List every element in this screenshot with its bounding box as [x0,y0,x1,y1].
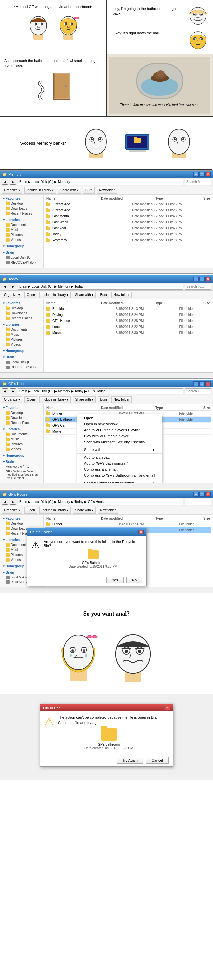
organize-button-2[interactable]: Organize ▾ [2,292,22,298]
search-input-2[interactable] [185,284,211,290]
close-button-4[interactable]: ✕ [205,492,211,497]
sidebar-item-desktop-3[interactable]: Desktop [0,410,43,415]
table-row[interactable]: GF's House 8/15/2011 8:28 PM File folder [45,318,211,324]
favorites-header-4[interactable]: ▾ Favorites [0,516,43,521]
sidebar-item-music-3[interactable]: Music [0,437,43,442]
sidebar-item-pictures-2[interactable]: Pictures [0,337,43,342]
search-input-1[interactable] [185,179,211,185]
table-row[interactable]: Music 8/15/2011 8:30 PM File folder [45,330,211,336]
forward-button-2[interactable]: ▶ [10,284,16,290]
address-path-4[interactable]: Brain ▶ Local Disk (C:) ▶ Memory ▶ Today… [18,499,183,505]
address-path-3[interactable]: Brain ▶ Local Disk (C:) ▶ Memory ▶ Today… [18,388,183,395]
open-button-4[interactable]: Open [24,507,37,514]
table-row[interactable]: 3 Years Ago Date modified: 8/15/2011 8:2… [45,207,211,213]
menu-item-open-new[interactable]: Open in new window [77,421,162,427]
back-button-3[interactable]: ◀ [2,388,8,394]
burn-button-3[interactable]: Burn [98,396,109,403]
favorites-header-3[interactable]: ▾ Favorites [0,406,43,410]
delete-no-button[interactable]: No [127,577,143,583]
minimize-button-1[interactable]: ─ [193,172,199,177]
burn-button-2[interactable]: Burn [98,292,109,298]
sidebar-item-pictures[interactable]: Pictures [0,232,43,237]
minimize-button-4[interactable]: ─ [193,492,199,497]
menu-item-compress-email[interactable]: Compress and email... [77,466,162,472]
table-row[interactable]: Last Week Date modified: 8/15/2011 8:18 … [45,220,211,225]
share-button-4[interactable]: Share with ▾ [72,507,96,514]
address-path-1[interactable]: Brain ▶ Local Disk (C:) ▶ Memory [18,179,183,185]
new-folder-button-3[interactable]: New folder [112,396,132,403]
sidebar-item-recent-3[interactable]: Recent Places [0,420,43,425]
menu-item-sync[interactable]: Shared Folder Synchronisation ▶ [77,480,162,483]
sidebar-item-desktop-2[interactable]: Desktop [0,306,43,311]
homegroup-header[interactable]: ▾ Homegroup [0,243,43,248]
new-folder-button-2[interactable]: New folder [112,292,132,298]
homegroup-header-2[interactable]: ▾ Homegroup [0,348,43,353]
search-input-3[interactable] [185,388,211,395]
menu-item-archive[interactable]: Add to archive... [77,454,162,460]
close-button-2[interactable]: ✕ [205,277,211,282]
include-button-2[interactable]: Include in library ▾ [39,292,71,298]
sidebar-item-localdisk[interactable]: Local Disk (C:) [0,255,43,260]
file-in-use-close[interactable]: ✕ [165,705,170,710]
sidebar-item-downloads-2[interactable]: Downloads [0,311,43,316]
computer-header-3[interactable]: ▾ Brain [0,459,43,464]
sidebar-item-videos-3[interactable]: Videos [0,447,43,452]
titlebar-1-buttons[interactable]: ─ □ ✕ [193,172,211,177]
new-folder-button-1[interactable]: New folder [96,187,117,194]
libraries-header-2[interactable]: ▾ Libraries [0,322,43,327]
table-row[interactable]: Yesterday Date modified: 8/15/2011 8:18 … [45,237,211,243]
sidebar-item-videos[interactable]: Videos [0,237,43,242]
table-row[interactable]: Driving 8/15/2011 8:24 PM File folder [45,312,211,318]
share-button-2[interactable]: Share with ▾ [72,292,96,298]
maximize-button-4[interactable]: □ [199,492,205,497]
sidebar-item-music-2[interactable]: Music [0,332,43,337]
favorites-header-2[interactable]: ▾ Favorites [0,301,43,306]
try-again-button[interactable]: Try Again [117,757,143,764]
minimize-button-3[interactable]: ─ [193,382,199,386]
maximize-button-1[interactable]: □ [199,172,205,177]
computer-header-2[interactable]: ▾ Brain [0,355,43,360]
computer-header[interactable]: ▾ Brain [0,250,43,255]
menu-item-open[interactable]: Open [77,415,162,421]
titlebar-4-buttons[interactable]: ─ □ ✕ [193,492,211,497]
address-path-2[interactable]: Brain ▶ Local Disk (C:) ▶ Memory ▶ Today [18,284,183,290]
menu-item-mse-scan[interactable]: Scan with Microsoft Security Essentia... [77,439,162,445]
forward-button-4[interactable]: ▶ [10,499,16,505]
share-button-1[interactable]: Share with ▾ [58,187,81,194]
sidebar-item-videos-2[interactable]: Videos [0,342,43,347]
menu-item-vlc-playlist[interactable]: Add to VLC media player's Playlist [77,427,162,433]
sidebar-item-documents-2[interactable]: Documents [0,327,43,332]
sidebar-item-desktop[interactable]: Desktop [0,201,43,206]
sidebar-item-documents[interactable]: Documents [0,222,43,227]
titlebar-3-buttons[interactable]: ─ □ ✕ [193,382,211,386]
sidebar-item-music[interactable]: Music [0,227,43,232]
maximize-button-3[interactable]: □ [199,382,205,386]
forward-button-3[interactable]: ▶ [10,388,16,394]
new-folder-button-4[interactable]: New folder [98,507,118,514]
libraries-header-3[interactable]: ▾ Libraries [0,427,43,432]
share-button-3[interactable]: Share with ▾ [72,396,96,403]
close-button-3[interactable]: ✕ [205,382,211,386]
organize-button-4[interactable]: Organize ▾ [2,507,22,514]
back-button-1[interactable]: ◀ [2,179,8,185]
cancel-button[interactable]: Cancel [146,757,169,764]
delete-yes-button[interactable]: Yes [107,577,124,583]
sidebar-item-recent-2[interactable]: Recent Places [0,316,43,321]
homegroup-header-3[interactable]: ▾ Homegroup [0,453,43,458]
sidebar-item-downloads-3[interactable]: Downloads [0,415,43,420]
menu-item-vlc-play[interactable]: Play with VLC media player [77,433,162,439]
include-button-3[interactable]: Include in library ▾ [39,396,71,403]
menu-item-compress-rar-email[interactable]: Compress to "GF's Bathroom.rar" and emai… [77,472,162,478]
table-row[interactable]: Dinner 8/15/2011 8:23 PM File folder [45,522,211,527]
burn-button-1[interactable]: Burn [83,187,94,194]
sidebar-item-recovery[interactable]: RECOVERY (D:) [0,260,43,265]
open-button-2[interactable]: Open [24,292,37,298]
table-row[interactable]: Last Year Date modified: 8/15/2011 8:43 … [45,225,211,231]
titlebar-2-buttons[interactable]: ─ □ ✕ [193,277,211,282]
sidebar-item-downloads[interactable]: Downloads [0,206,43,211]
organize-button-3[interactable]: Organize ▾ [2,396,22,403]
table-row[interactable]: Last Month Date modified: 8/15/2011 8:43… [45,213,211,220]
sidebar-item-recovery-2[interactable]: RECOVERY (D:) [0,364,43,369]
sidebar-item-localdisk-2[interactable]: Local Disk (C:) [0,360,43,364]
sidebar-item-pictures-3[interactable]: Pictures [0,442,43,447]
